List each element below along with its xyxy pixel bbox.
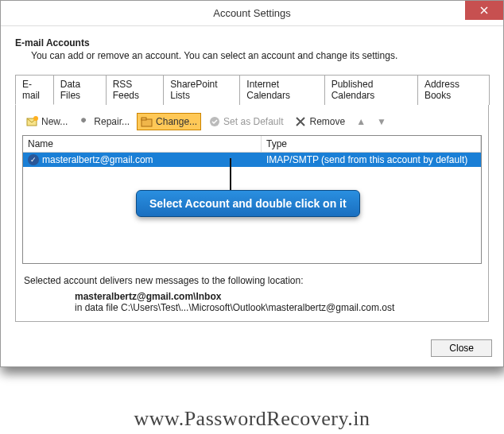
delivery-path: in data file C:\Users\Test\...\Microsoft…	[75, 302, 480, 313]
svg-rect-3	[142, 118, 146, 120]
change-button[interactable]: Change...	[137, 113, 201, 130]
account-name: masteralbertz@gmail.com	[42, 154, 153, 165]
tab-internet-calendars[interactable]: Internet Calendars	[239, 75, 324, 105]
tab-sharepoint-lists[interactable]: SharePoint Lists	[163, 75, 240, 105]
remove-x-icon	[294, 115, 307, 128]
svg-point-1	[33, 116, 38, 121]
col-header-name[interactable]: Name	[23, 136, 262, 152]
account-settings-window: Account Settings E-mail Accounts You can…	[0, 0, 504, 367]
window-title: Account Settings	[1, 7, 503, 19]
section-heading: E-mail Accounts	[15, 37, 489, 48]
change-button-label: Change...	[156, 116, 197, 127]
toolbar: New... Repair... Change... Set as Defaul…	[22, 111, 482, 135]
close-icon	[480, 6, 488, 14]
content-area: E-mail Accounts You can add or remove an…	[1, 26, 503, 331]
set-default-button[interactable]: Set as Default	[204, 113, 287, 130]
instruction-callout: Select Account and double click on it	[136, 190, 360, 217]
envelope-new-icon	[26, 115, 39, 128]
remove-button-label: Remove	[309, 116, 345, 127]
move-up-button[interactable]: ▲	[352, 114, 370, 130]
dialog-buttons: Close	[1, 331, 503, 366]
callout-connector	[230, 158, 231, 192]
table-header: Name Type	[23, 136, 481, 153]
table-row[interactable]: masteralbertz@gmail.com IMAP/SMTP (send …	[23, 153, 481, 167]
repair-button-label: Repair...	[94, 116, 130, 127]
delivery-location: masteralbertz@gmail.com\Inbox in data fi…	[75, 291, 480, 313]
close-button[interactable]: Close	[431, 339, 492, 357]
watermark-text: www.PasswordRecovery.in	[0, 407, 504, 431]
wrench-icon	[79, 115, 91, 128]
section-subheading: You can add or remove an account. You ca…	[31, 50, 489, 61]
repair-button[interactable]: Repair...	[75, 113, 134, 130]
delivery-info: Selected account delivers new messages t…	[22, 264, 482, 316]
new-button-label: New...	[41, 116, 68, 127]
delivery-intro: Selected account delivers new messages t…	[24, 275, 480, 286]
arrow-down-icon: ▼	[377, 116, 386, 127]
tab-address-books[interactable]: Address Books	[417, 75, 490, 105]
cell-name: masteralbertz@gmail.com	[23, 154, 262, 165]
tab-email[interactable]: E-mail	[15, 75, 54, 105]
tab-panel-email: New... Repair... Change... Set as Defaul…	[15, 105, 489, 322]
accounts-table: Name Type masteralbertz@gmail.com IMAP/S…	[22, 135, 482, 264]
move-down-button[interactable]: ▼	[373, 114, 390, 130]
window-close-button[interactable]	[465, 1, 503, 20]
col-header-type[interactable]: Type	[262, 136, 481, 152]
remove-button[interactable]: Remove	[290, 113, 349, 130]
titlebar: Account Settings	[1, 1, 503, 26]
delivery-folder: masteralbertz@gmail.com\Inbox	[75, 291, 480, 302]
tab-strip: E-mail Data Files RSS Feeds SharePoint L…	[15, 74, 489, 105]
folder-change-icon	[141, 115, 153, 128]
new-button[interactable]: New...	[22, 113, 72, 130]
default-account-icon	[28, 154, 39, 165]
tab-published-calendars[interactable]: Published Calendars	[324, 75, 418, 105]
tab-data-files[interactable]: Data Files	[53, 75, 107, 105]
check-circle-icon	[208, 115, 221, 128]
set-default-label: Set as Default	[223, 116, 283, 127]
cell-type: IMAP/SMTP (send from this account by def…	[262, 154, 481, 165]
arrow-up-icon: ▲	[356, 116, 366, 127]
tab-rss-feeds[interactable]: RSS Feeds	[106, 75, 165, 105]
